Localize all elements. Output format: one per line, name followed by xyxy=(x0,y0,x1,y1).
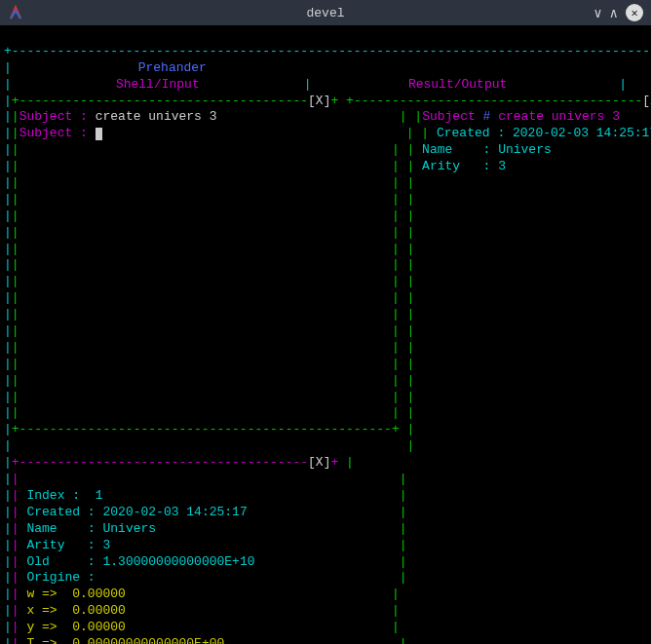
result-name-value: Univers xyxy=(498,142,552,157)
minimize-icon[interactable]: ∨ xyxy=(594,5,601,21)
details-x-value: 0.00000 xyxy=(72,603,126,618)
terminal-area: +---------------------------------------… xyxy=(0,25,651,644)
result-arity-value: 3 xyxy=(498,159,506,173)
close-icon[interactable]: ✕ xyxy=(626,4,643,21)
details-created-label: Created xyxy=(26,505,80,519)
details-close-marker[interactable]: [X] xyxy=(308,455,330,470)
result-border-top: +-------------------------------------- xyxy=(346,94,642,108)
details-x-label: x => xyxy=(26,603,57,618)
shell-subject-label: Subject xyxy=(19,109,73,124)
result-title: Result/Output xyxy=(312,77,604,94)
details-name-label: Name xyxy=(26,521,57,536)
details-w-label: w => xyxy=(26,587,57,601)
details-old-value: 1.30000000000000E+10 xyxy=(102,554,254,569)
details-border-top: +-------------------------------------- xyxy=(12,455,308,470)
details-y-label: y => xyxy=(26,620,57,634)
window-controls: ∨ ∧ ✕ xyxy=(594,4,643,21)
maximize-icon[interactable]: ∧ xyxy=(610,5,618,21)
shell-title: Shell/Input xyxy=(12,77,304,94)
details-created-value: 2020-02-03 14:25:17 xyxy=(102,505,247,519)
result-arity-label: Arity xyxy=(422,159,460,173)
details-arity-label: Arity xyxy=(26,538,64,552)
titlebar: devel ∨ ∧ ✕ xyxy=(0,0,651,25)
shell-prompt2-label: Subject xyxy=(19,126,73,140)
details-name-value: Univers xyxy=(103,521,157,536)
result-created-label: Created xyxy=(437,126,490,140)
shell-border-top: +-------------------------------------- xyxy=(12,94,308,108)
details-t-value: 0.00000000000000E+00 xyxy=(72,636,224,644)
cursor[interactable] xyxy=(96,128,102,140)
window-title: devel xyxy=(306,6,344,20)
details-origine-label: Origine xyxy=(26,570,80,585)
details-t-label: T => xyxy=(26,636,57,644)
outer-border-top: +---------------------------------------… xyxy=(4,44,650,58)
shell-close-marker[interactable]: [X] xyxy=(308,94,330,108)
app-name-label: Prehander xyxy=(12,60,333,77)
details-old-label: Old xyxy=(26,554,49,569)
details-y-value: 0.00000 xyxy=(72,620,126,634)
result-name-label: Name xyxy=(422,142,452,157)
shell-command[interactable]: create univers 3 xyxy=(96,109,217,124)
app-icon xyxy=(8,5,23,20)
result-created-value: 2020-02-03 14:25:17 xyxy=(513,126,651,140)
details-w-value: 0.00000 xyxy=(72,587,126,601)
details-index-value: 1 xyxy=(96,488,103,503)
details-index-label: Index xyxy=(26,488,64,503)
result-subject-label: Subject xyxy=(422,109,476,124)
result-close-marker[interactable]: [X] xyxy=(642,94,651,108)
result-command: create univers 3 xyxy=(498,109,620,124)
